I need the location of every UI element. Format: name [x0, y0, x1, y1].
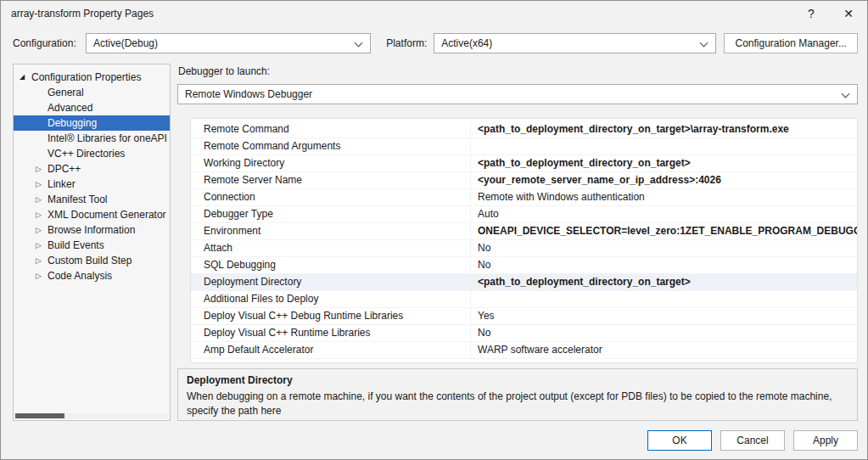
- tree-item-label: VC++ Directories: [48, 146, 125, 161]
- property-value[interactable]: Auto: [471, 206, 857, 222]
- property-name: Working Directory: [191, 155, 471, 171]
- property-row-remote-command[interactable]: Remote Command <path_to_deployment_direc…: [191, 121, 857, 138]
- chevron-down-icon: [355, 39, 363, 48]
- property-row-additional-files-to-deploy[interactable]: Additional Files to Deploy: [191, 291, 857, 308]
- tree-collapsed-icon[interactable]: ▷: [36, 222, 48, 238]
- tree-item-browse-information[interactable]: ▷ Browse Information: [14, 222, 170, 238]
- tree-item-label: General: [48, 85, 84, 100]
- property-name: Additional Files to Deploy: [191, 291, 471, 307]
- property-value[interactable]: <path_to_deployment_directory_on_target>: [471, 274, 857, 290]
- property-row-environment[interactable]: Environment ONEAPI_DEVICE_SELECTOR=level…: [191, 223, 857, 240]
- property-row-remote-server-name[interactable]: Remote Server Name <your_remote_server_n…: [191, 172, 857, 189]
- property-row-sql-debugging[interactable]: SQL Debugging No: [191, 257, 857, 274]
- property-name: Environment: [191, 223, 471, 239]
- tree-item-label: Configuration Properties: [31, 70, 141, 85]
- platform-select[interactable]: Active(x64): [434, 33, 716, 53]
- tree-item-code-analysis[interactable]: ▷ Code Analysis: [14, 268, 170, 283]
- tree-item-custom-build-step[interactable]: ▷ Custom Build Step: [14, 253, 170, 268]
- tree-item-label: Manifest Tool: [48, 192, 107, 207]
- tree-collapsed-icon[interactable]: ▷: [36, 253, 48, 268]
- tree-item-advanced[interactable]: ▷ Advanced: [14, 100, 170, 115]
- property-value[interactable]: No: [471, 257, 857, 273]
- description-title: Deployment Directory: [187, 374, 848, 386]
- property-name: Deployment Directory: [191, 274, 471, 290]
- tree-item-label: Intel® Libraries for oneAPI: [48, 131, 167, 146]
- property-value[interactable]: ONEAPI_DEVICE_SELECTOR=level_zero:1ZET_E…: [471, 223, 857, 239]
- tree-collapsed-icon[interactable]: ▷: [36, 238, 48, 253]
- titlebar-buttons: ? ✕: [792, 1, 867, 26]
- property-value[interactable]: <path_to_deployment_directory_on_target>: [471, 155, 857, 171]
- tree-item-label: DPC++: [48, 161, 81, 177]
- tree-collapsed-icon[interactable]: ▷: [36, 268, 48, 283]
- tree-item-xml-document-generator[interactable]: ▷ XML Document Generator: [14, 207, 170, 222]
- tree-item-manifest-tool[interactable]: ▷ Manifest Tool: [14, 192, 170, 207]
- tree-item-label: XML Document Generator: [48, 207, 166, 222]
- tree-items: ▷ General ▷ Advanced ▷ Debugging ▷ Intel…: [14, 85, 170, 283]
- horizontal-scrollbar[interactable]: [15, 413, 168, 418]
- property-value[interactable]: WARP software accelerator: [471, 342, 857, 358]
- tree-collapsed-icon[interactable]: ▷: [36, 161, 48, 177]
- property-value[interactable]: No: [471, 240, 857, 256]
- property-value[interactable]: [471, 138, 857, 154]
- tree-item-vc-directories[interactable]: ▷ VC++ Directories: [14, 146, 170, 161]
- tree-item-linker[interactable]: ▷ Linker: [14, 177, 170, 192]
- property-row-deploy-visual-c-debug-runtime-libraries[interactable]: Deploy Visual C++ Debug Runtime Librarie…: [191, 308, 857, 325]
- debugger-to-launch-label: Debugger to launch:: [178, 65, 858, 77]
- tree-item-debugging[interactable]: ▷ Debugging: [14, 115, 170, 131]
- tree-collapsed-icon[interactable]: ▷: [36, 207, 48, 222]
- tree-item-label: Advanced: [48, 100, 92, 115]
- configuration-tree: ◢ Configuration Properties ▷ General ▷ A…: [13, 64, 171, 421]
- configuration-select[interactable]: Active(Debug): [86, 33, 371, 53]
- property-row-debugger-type[interactable]: Debugger Type Auto: [191, 206, 857, 223]
- tree-item-build-events[interactable]: ▷ Build Events: [14, 238, 170, 253]
- tree-collapsed-icon[interactable]: ▷: [36, 192, 48, 207]
- property-description: Deployment Directory When debugging on a…: [177, 368, 858, 421]
- property-value[interactable]: No: [471, 325, 857, 341]
- tree-item-label: Build Events: [48, 238, 104, 253]
- property-name: Remote Server Name: [191, 172, 471, 188]
- property-row-remote-command-arguments[interactable]: Remote Command Arguments: [191, 138, 857, 155]
- tree-item-intel-libraries-for-oneapi[interactable]: ▷ Intel® Libraries for oneAPI: [14, 131, 170, 146]
- property-value[interactable]: <path_to_deployment_directory_on_target>…: [471, 121, 857, 137]
- dialog-footer: OK Cancel Apply: [1, 421, 867, 451]
- close-button[interactable]: ✕: [830, 1, 867, 26]
- debugger-select-value: Remote Windows Debugger: [185, 88, 312, 100]
- dialog-body: ◢ Configuration Properties ▷ General ▷ A…: [1, 64, 867, 421]
- cancel-button[interactable]: Cancel: [720, 430, 785, 451]
- property-row-attach[interactable]: Attach No: [191, 240, 857, 257]
- debugging-page: Debugger to launch: Remote Windows Debug…: [177, 64, 858, 421]
- property-grid: Remote Command <path_to_deployment_direc…: [190, 118, 858, 363]
- tree-item-configuration-properties[interactable]: ◢ Configuration Properties: [14, 70, 170, 85]
- property-row-connection[interactable]: Connection Remote with Windows authentic…: [191, 189, 857, 206]
- property-row-amp-default-accelerator[interactable]: Amp Default Accelerator WARP software ac…: [191, 342, 857, 359]
- property-value[interactable]: Yes: [471, 308, 857, 324]
- property-name: Remote Command: [191, 121, 471, 137]
- tree-expanded-icon[interactable]: ◢: [20, 70, 31, 85]
- apply-button[interactable]: Apply: [793, 430, 858, 451]
- tree-collapsed-icon[interactable]: ▷: [36, 177, 48, 192]
- property-name: Debugger Type: [191, 206, 471, 222]
- property-row-working-directory[interactable]: Working Directory <path_to_deployment_di…: [191, 155, 857, 172]
- configuration-select-value: Active(Debug): [93, 37, 158, 49]
- property-name: Remote Command Arguments: [191, 138, 471, 154]
- title-bar: array-transform Property Pages ? ✕: [1, 1, 867, 26]
- configuration-manager-button[interactable]: Configuration Manager...: [724, 33, 858, 53]
- tree-item-dpc[interactable]: ▷ DPC++: [14, 161, 170, 177]
- property-value[interactable]: <your_remote_server_name_or_ip_address>:…: [471, 172, 857, 188]
- tree-item-general[interactable]: ▷ General: [14, 85, 170, 100]
- property-name: SQL Debugging: [191, 257, 471, 273]
- chevron-down-icon: [842, 90, 850, 98]
- property-value[interactable]: Remote with Windows authentication: [471, 189, 857, 205]
- property-value[interactable]: [471, 291, 857, 307]
- property-row-deploy-visual-c-runtime-libraries[interactable]: Deploy Visual C++ Runtime Libraries No: [191, 325, 857, 342]
- property-row-deployment-directory[interactable]: Deployment Directory <path_to_deployment…: [191, 274, 857, 291]
- property-name: Connection: [191, 189, 471, 205]
- description-text: When debugging on a remote machine, if y…: [187, 390, 848, 418]
- property-pages-dialog: array-transform Property Pages ? ✕ Confi…: [0, 0, 868, 460]
- window-title: array-transform Property Pages: [11, 8, 154, 20]
- debugger-select[interactable]: Remote Windows Debugger: [177, 84, 858, 104]
- scrollbar-thumb[interactable]: [15, 413, 64, 418]
- property-name: Deploy Visual C++ Debug Runtime Librarie…: [191, 308, 471, 324]
- ok-button[interactable]: OK: [647, 430, 712, 451]
- help-button[interactable]: ?: [792, 1, 830, 26]
